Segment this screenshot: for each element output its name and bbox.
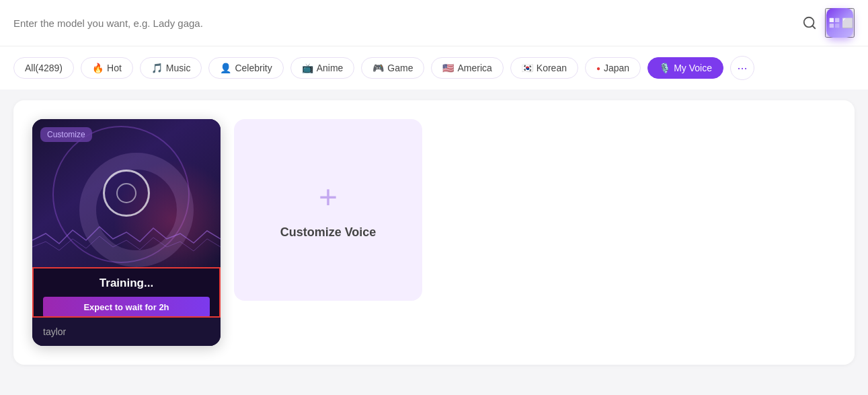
tab-anime-icon: 📺 (302, 63, 313, 73)
main-content: Customize Training... Expect to wait for… (13, 100, 855, 365)
tab-japan-icon: ● (596, 65, 600, 72)
tab-anime-label: Anime (317, 63, 344, 73)
tab-all[interactable]: All(4289) (13, 57, 74, 79)
tab-korean-icon: 🇰🇷 (522, 63, 533, 73)
tab-celebrity[interactable]: 👤 Celebrity (208, 57, 283, 79)
svg-line-1 (812, 26, 815, 28)
tab-game[interactable]: 🎮 Game (361, 57, 424, 79)
search-button[interactable] (802, 15, 817, 30)
tab-game-label: Game (387, 63, 413, 73)
tab-myvoice-label: My Voice (674, 63, 712, 73)
helix-icon (103, 170, 150, 217)
tab-music-icon: 🎵 (151, 63, 163, 73)
tab-japan[interactable]: ● Japan (585, 57, 641, 79)
svg-rect-2 (829, 18, 833, 22)
avatar-icon (826, 8, 853, 38)
svg-rect-5 (834, 24, 838, 28)
training-title: Training... (43, 277, 210, 290)
tab-america[interactable]: 🇺🇸 America (431, 57, 503, 79)
tab-anime[interactable]: 📺 Anime (290, 57, 355, 79)
tab-celebrity-icon: 👤 (220, 63, 231, 73)
voice-card-name: taylor (43, 326, 66, 337)
tab-america-label: America (457, 63, 491, 73)
training-overlay: Training... Expect to wait for 2h (32, 267, 221, 318)
search-bar (0, 0, 868, 46)
svg-rect-3 (834, 18, 838, 22)
helix-inner (116, 183, 136, 203)
tab-myvoice-icon: 🎙️ (659, 63, 670, 73)
customize-voice-label: Customize Voice (280, 225, 377, 240)
more-tabs-icon: ··· (737, 61, 747, 75)
tab-all-label: All(4289) (25, 63, 63, 73)
tab-japan-label: Japan (604, 63, 629, 73)
tab-music-label: Music (166, 63, 191, 73)
tab-hot-label: Hot (107, 63, 122, 73)
more-tabs-button[interactable]: ··· (730, 56, 754, 80)
voice-card-visual: Customize (32, 119, 221, 267)
wait-bar: Expect to wait for 2h (43, 297, 210, 318)
category-tabs: All(4289) 🔥 Hot 🎵 Music 👤 Celebrity 📺 An… (0, 46, 868, 89)
avatar-button[interactable] (825, 8, 855, 38)
search-input[interactable] (13, 17, 802, 29)
search-icon (802, 15, 817, 30)
voice-card-taylor[interactable]: Customize Training... Expect to wait for… (32, 119, 221, 346)
tab-america-icon: 🇺🇸 (442, 63, 454, 73)
tab-korean[interactable]: 🇰🇷 Korean (510, 57, 578, 79)
cards-grid: Customize Training... Expect to wait for… (32, 119, 836, 346)
customize-voice-card[interactable]: + Customize Voice (234, 119, 422, 301)
tab-korean-label: Korean (537, 63, 567, 73)
voice-card-footer: taylor (32, 318, 221, 346)
tab-hot[interactable]: 🔥 Hot (81, 57, 133, 79)
tab-hot-icon: 🔥 (92, 63, 104, 73)
tab-game-icon: 🎮 (372, 63, 384, 73)
svg-rect-4 (829, 24, 833, 28)
tab-celebrity-label: Celebrity (235, 63, 272, 73)
customize-badge: Customize (40, 127, 92, 142)
wavy-lines (32, 213, 221, 254)
tab-myvoice[interactable]: 🎙️ My Voice (647, 57, 723, 79)
tab-music[interactable]: 🎵 Music (140, 57, 202, 79)
plus-icon: + (319, 181, 338, 213)
